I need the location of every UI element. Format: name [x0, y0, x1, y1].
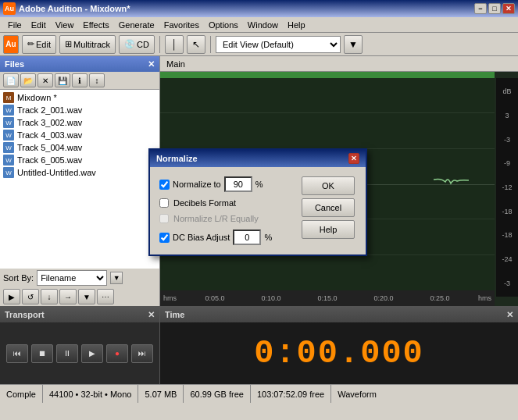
decibels-format-label[interactable]: Decibels Format: [173, 198, 236, 208]
file-item[interactable]: MMixdown *: [0, 91, 159, 104]
scroll-btn[interactable]: ↕: [89, 73, 105, 87]
go-start-btn[interactable]: ⏮: [6, 344, 28, 363]
normalize-to-row: Normalize to %: [159, 176, 295, 192]
cd-button[interactable]: 💿 CD: [119, 35, 155, 54]
insert-btn[interactable]: ↓: [41, 289, 58, 304]
sort-bar: Sort By: FilenameDateSizeType ▼: [0, 269, 159, 287]
normalize-dialog: Normalize ✕ Normalize to % Decibels Form…: [148, 148, 367, 256]
dc-bias-checkbox[interactable]: [159, 233, 170, 243]
multitrack-icon: ⊞: [65, 39, 72, 49]
transport-close-icon[interactable]: ✕: [148, 310, 155, 320]
file-name: Track 2_001.wav: [17, 105, 82, 115]
normalize-options: Normalize to % Decibels Format Normalize…: [159, 176, 295, 245]
menu-item-effects[interactable]: Effects: [78, 19, 113, 31]
pause-btn[interactable]: ⏸: [56, 344, 78, 363]
record-btn[interactable]: ●: [106, 344, 128, 363]
edit-button[interactable]: ✏ Edit: [22, 35, 56, 54]
menu-item-favorites[interactable]: Favorites: [159, 19, 204, 31]
dropdown-arrow[interactable]: ▼: [344, 35, 363, 54]
edit-view-dropdown[interactable]: Edit View (Default): [216, 36, 341, 53]
playback-progress-bar: [160, 72, 495, 78]
status-time-free: 103:07:52.09 free: [251, 385, 331, 403]
dc-bias-input[interactable]: [233, 230, 261, 245]
status-disk-free: 60.99 GB free: [184, 385, 251, 403]
decibels-format-checkbox[interactable]: [159, 198, 169, 208]
normalize-to-checkbox[interactable]: [159, 180, 170, 190]
ruler-hms-right: hms: [468, 294, 491, 302]
time-panel: Time ✕ 0:00.000: [160, 306, 518, 384]
files-action-bar: ▶ ↺ ↓ → ▼ ⋯: [0, 287, 159, 306]
files-list: MMixdown *WTrack 2_001.wavWTrack 3_002.w…: [0, 90, 159, 269]
time-close-icon[interactable]: ✕: [506, 310, 513, 320]
file-item[interactable]: WTrack 6_005.wav: [0, 154, 159, 166]
save-file-btn[interactable]: 💾: [55, 73, 70, 87]
files-close-icon[interactable]: ✕: [148, 59, 155, 69]
status-mode: Comple: [0, 385, 43, 403]
files-panel: Files ✕ 📄 📂 ✕ 💾 ℹ ↕ MMixdown *WTrack 2_0…: [0, 56, 160, 306]
normalize-to-label[interactable]: Normalize to: [173, 180, 221, 189]
selection-tool-btn[interactable]: │: [165, 35, 184, 54]
new-file-btn[interactable]: 📄: [3, 73, 19, 87]
filter-btn[interactable]: ▼: [78, 289, 95, 304]
menu-item-file[interactable]: File: [3, 19, 27, 31]
menu-item-help[interactable]: Help: [283, 19, 310, 31]
status-bar: Comple 44100 • 32-bit • Mono 5.07 MB 60.…: [0, 384, 518, 403]
options2-btn[interactable]: ⋯: [97, 289, 114, 304]
db-scale: dB 3 -3 -9 -12 -18 -18 -24 -3: [496, 78, 518, 297]
menu-item-window[interactable]: Window: [243, 19, 283, 31]
file-item[interactable]: WTrack 5_004.wav: [0, 141, 159, 154]
menu-item-view[interactable]: View: [51, 19, 79, 31]
toolbar: Au ✏ Edit ⊞ Multitrack 💿 CD │ ↖ Edit Vie…: [0, 33, 518, 56]
menu-item-edit[interactable]: Edit: [27, 19, 51, 31]
props-btn[interactable]: ℹ: [72, 73, 88, 87]
app-logo-btn: Au: [3, 35, 19, 54]
files-toolbar: 📄 📂 ✕ 💾 ℹ ↕: [0, 72, 159, 90]
time-display: 0:00.000: [160, 322, 518, 384]
file-name: Untitled-Untitled.wav: [17, 168, 96, 177]
ok-button[interactable]: OK: [302, 176, 355, 195]
bottom-panels: Transport ✕ ⏮ ⏹ ⏸ ▶ ● ⏭ Time ✕ 0:00.000: [0, 306, 518, 384]
dc-bias-label[interactable]: DC Bias Adjust: [173, 233, 230, 242]
status-view: Waveform: [331, 385, 518, 403]
file-item[interactable]: WTrack 4_003.wav: [0, 129, 159, 141]
time-ruler: hms 0:05.0 0:10.0 0:15.0 0:20.0 0:25.0 h…: [160, 290, 495, 306]
file-icon: M: [3, 92, 14, 103]
ruler-mark-5: 0:25.0: [412, 294, 468, 302]
normalize-close-btn[interactable]: ✕: [348, 153, 359, 164]
menu-item-options[interactable]: Options: [204, 19, 243, 31]
file-name: Track 6_005.wav: [17, 155, 82, 165]
main-tab-label: Main: [166, 59, 185, 69]
multitrack-button[interactable]: ⊞ Multitrack: [59, 35, 116, 54]
open-file-btn[interactable]: 📂: [20, 73, 36, 87]
menu-bar: FileEditViewEffectsGenerateFavoritesOpti…: [0, 17, 518, 33]
minimize-button[interactable]: −: [474, 3, 487, 14]
close-file-btn[interactable]: ✕: [38, 73, 53, 87]
sort-options-btn[interactable]: ▼: [110, 272, 123, 284]
menu-item-generate[interactable]: Generate: [114, 19, 159, 31]
app-icon: Au: [3, 2, 16, 15]
cursor-tool-btn[interactable]: ↖: [187, 35, 205, 54]
files-title: Files: [5, 59, 24, 69]
load-btn[interactable]: →: [59, 289, 77, 304]
close-button[interactable]: ✕: [502, 3, 515, 14]
sort-select[interactable]: FilenameDateSizeType: [37, 270, 107, 286]
normalize-lr-label: Normalize L/R Equally: [173, 214, 259, 223]
cancel-button[interactable]: Cancel: [302, 198, 355, 217]
window-controls: − □ ✕: [474, 3, 515, 14]
help-button[interactable]: Help: [302, 220, 355, 239]
file-item[interactable]: WTrack 3_002.wav: [0, 116, 159, 129]
play-btn[interactable]: ▶: [3, 289, 20, 304]
loop-btn[interactable]: ↺: [22, 289, 39, 304]
decibels-format-row: Decibels Format: [159, 198, 295, 208]
file-item[interactable]: WUntitled-Untitled.wav: [0, 166, 159, 179]
maximize-button[interactable]: □: [488, 3, 501, 14]
stop-btn[interactable]: ⏹: [31, 344, 53, 363]
play-btn[interactable]: ▶: [81, 344, 103, 363]
ruler-mark-2: 0:10.0: [243, 294, 299, 302]
go-end-btn[interactable]: ⏭: [131, 344, 153, 363]
file-item[interactable]: WTrack 2_001.wav: [0, 104, 159, 116]
normalize-to-input[interactable]: [224, 176, 252, 192]
dc-bias-unit: %: [264, 233, 272, 242]
toolbar-separator-1: [159, 36, 160, 53]
file-icon: W: [3, 105, 14, 116]
